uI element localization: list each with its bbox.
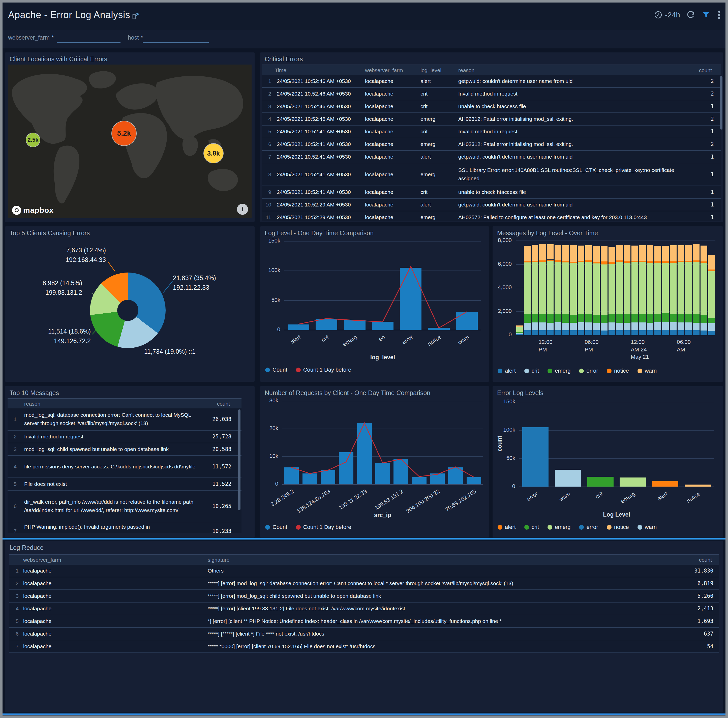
stacked-bar[interactable] <box>655 240 661 335</box>
legend-item-warn[interactable]: warn <box>638 524 657 530</box>
stacked-bar[interactable] <box>647 240 653 335</box>
stacked-bar[interactable] <box>601 240 607 335</box>
stacked-bar[interactable] <box>624 240 630 335</box>
share-icon[interactable] <box>131 12 140 21</box>
bar-alert[interactable] <box>652 481 678 487</box>
map-info-button[interactable]: i <box>237 204 248 215</box>
legend-item-Count[interactable]: Count <box>265 524 288 530</box>
stacked-bar[interactable] <box>539 240 546 335</box>
map-bubble-3-8k[interactable]: 3.8k <box>203 143 223 163</box>
legend-item-Count 1 Day before[interactable]: Count 1 Day before <box>296 524 352 530</box>
bar-crit[interactable] <box>587 477 613 487</box>
table-row[interactable]: 3localapache*****] [error] mod_log_sql: … <box>9 590 719 603</box>
legend-item-warn[interactable]: warn <box>638 367 657 374</box>
stacked-bar[interactable] <box>662 240 669 335</box>
table-row[interactable]: 124/05/2021 10:52:46 AM +0530localapache… <box>262 75 721 88</box>
map-bubble-2-5k[interactable]: 2.5k <box>26 133 40 147</box>
table-row[interactable]: 924/05/2021 10:52:41 AM +0530localapache… <box>262 186 721 199</box>
table-row[interactable]: 2localapache*****] [error] mod_log_sql: … <box>9 577 719 590</box>
table-row[interactable]: 424/05/2021 10:52:46 AM +0530localapache… <box>262 113 721 126</box>
table-row[interactable]: 1mod_log_sql: database connection error:… <box>8 409 242 430</box>
table-row[interactable]: 524/05/2021 10:52:41 AM +0530localapache… <box>262 126 721 138</box>
kebab-menu-icon[interactable] <box>717 10 722 20</box>
scrollbar-thumb[interactable] <box>720 76 722 130</box>
stacked-bar[interactable] <box>678 240 684 335</box>
stacked-bar[interactable] <box>532 240 538 335</box>
legend-item-alert[interactable]: alert <box>498 367 516 374</box>
col-count[interactable]: count <box>699 67 712 73</box>
stacked-bar[interactable] <box>609 240 615 335</box>
table-row[interactable]: 7PHP Warning: implode(): Invalid argumen… <box>8 522 242 533</box>
legend-item-error[interactable]: error <box>579 367 598 374</box>
legend-item-error[interactable]: error <box>579 524 598 530</box>
stacked-bar[interactable] <box>700 240 707 335</box>
stacked-bar[interactable] <box>585 240 592 335</box>
table-row[interactable]: 1124/05/2021 10:52:29 AM +0530localapach… <box>262 211 721 221</box>
table-row[interactable]: 5localapache*] [error] [client ** PHP No… <box>9 615 719 628</box>
stacked-bar[interactable] <box>632 240 638 335</box>
time-range-button[interactable]: -24h <box>654 11 680 19</box>
stacked-bar[interactable] <box>693 240 699 335</box>
table-row[interactable]: 824/05/2021 10:52:41 AM +0530localapache… <box>262 163 721 186</box>
stacked-bar[interactable] <box>593 240 600 335</box>
table-row[interactable]: 324/05/2021 10:52:46 AM +0530localapache… <box>262 100 721 113</box>
legend-item-notice[interactable]: notice <box>607 367 629 374</box>
scrollbar-thumb[interactable] <box>238 409 240 510</box>
bar-emerg[interactable] <box>619 478 646 487</box>
col-count[interactable]: count <box>217 401 230 407</box>
stacked-bar[interactable] <box>570 240 577 335</box>
col-signature[interactable]: signature <box>208 557 229 563</box>
table-row[interactable]: 3mod_log_sql: child spawned but unable t… <box>8 443 242 456</box>
stacked-bar[interactable] <box>685 240 692 335</box>
legend-item-crit[interactable]: crit <box>524 524 539 530</box>
table-row[interactable]: 6dir_walk error, path_info /www/aa/ddd i… <box>8 491 242 522</box>
stacked-bar[interactable] <box>524 240 531 335</box>
host-input[interactable] <box>143 35 209 43</box>
webserver-farm-input[interactable] <box>57 35 121 43</box>
col-reason[interactable]: reason <box>24 401 40 407</box>
stacked-bar[interactable] <box>547 240 554 335</box>
stacked-bar[interactable] <box>562 240 569 335</box>
mapbox-logo[interactable]: mapbox <box>12 206 54 215</box>
table-row[interactable]: 2Invalid method in request25,728 <box>8 430 242 443</box>
legend-item-crit[interactable]: crit <box>524 367 539 374</box>
col-reason[interactable]: reason <box>458 67 474 73</box>
stacked-bar[interactable] <box>578 240 584 335</box>
bar-warn[interactable] <box>555 470 581 487</box>
col-log-level[interactable]: log_level <box>421 67 441 73</box>
col-webserver-farm[interactable]: webserver_farm <box>365 67 403 73</box>
table-row[interactable]: 224/05/2021 10:52:46 AM +0530localapache… <box>262 88 721 100</box>
stacked-bar[interactable] <box>670 240 676 335</box>
stacked-bar[interactable] <box>639 240 645 335</box>
col-time[interactable]: Time <box>275 67 286 73</box>
stacked-bar[interactable] <box>616 240 622 335</box>
table-row[interactable]: 7localapache***** *0000] [error] [client… <box>9 640 719 653</box>
legend-item-notice[interactable]: notice <box>607 524 629 530</box>
panel-divider-accent[interactable] <box>3 538 725 539</box>
table-row[interactable]: 624/05/2021 10:52:41 AM +0530localapache… <box>262 138 721 151</box>
col-webserver-farm[interactable]: webserver_farm <box>23 557 61 563</box>
cell-count: 1 <box>691 188 714 196</box>
table-row[interactable]: 4localapache*****] [error] [client 199.8… <box>9 603 719 615</box>
table-row[interactable]: 1localapacheOthers31,830 <box>9 565 719 577</box>
filter-icon[interactable] <box>702 11 710 19</box>
legend-item-Count 1 Day before[interactable]: Count 1 Day before <box>296 367 352 373</box>
stacked-bar[interactable] <box>708 240 715 335</box>
stacked-bar[interactable] <box>555 240 561 335</box>
legend-item-emerg[interactable]: emerg <box>548 524 570 530</box>
bar-error[interactable] <box>522 427 549 487</box>
table-row[interactable]: 6localapache*****] [*****] [client *] Fi… <box>9 628 719 640</box>
table-row[interactable]: 724/05/2021 10:52:41 AM +0530localapache… <box>262 151 721 163</box>
legend-item-Count[interactable]: Count <box>265 367 288 373</box>
legend-item-emerg[interactable]: emerg <box>548 367 570 374</box>
map-bubble-5-2k[interactable]: 5.2k <box>112 121 137 146</box>
bar-notice[interactable] <box>685 485 711 487</box>
world-map[interactable]: 2.5k 5.2k 3.8k mapbox i <box>8 64 252 218</box>
table-row[interactable]: 5File does not exist11,522 <box>8 478 242 491</box>
stacked-bar[interactable] <box>516 240 523 335</box>
table-row[interactable]: 1024/05/2021 10:52:29 AM +0530localapach… <box>262 199 721 211</box>
table-row[interactable]: 4file permissions deny server access: C:… <box>8 456 242 478</box>
legend-item-alert[interactable]: alert <box>498 524 516 530</box>
col-count[interactable]: count <box>699 557 712 563</box>
refresh-icon[interactable] <box>687 11 695 19</box>
